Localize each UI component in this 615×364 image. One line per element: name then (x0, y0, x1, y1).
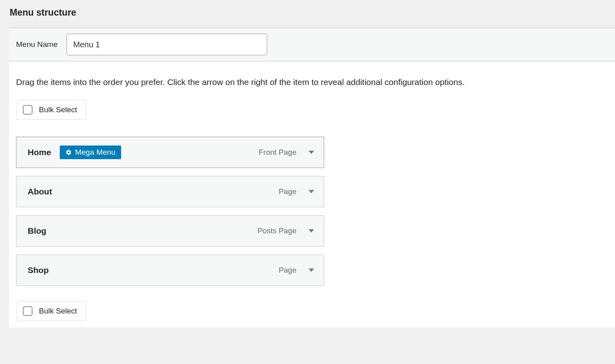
menu-list: HomeMega MenuFront PageAboutPageBlogPost… (9, 126, 615, 291)
menu-item[interactable]: AboutPage (16, 176, 324, 207)
bulk-select-bottom[interactable]: Bulk Select (16, 301, 86, 321)
menu-item[interactable]: HomeMega MenuFront Page (16, 137, 324, 168)
chevron-down-icon[interactable] (308, 267, 315, 274)
bulk-select-label-top: Bulk Select (39, 105, 77, 114)
menu-item-right: Page (279, 187, 315, 196)
menu-item-title: About (28, 187, 52, 196)
menu-structure-panel: Menu Name Drag the items into the order … (9, 28, 615, 328)
section-title: Menu structure (0, 0, 615, 28)
menu-item-type: Posts Page (258, 226, 296, 235)
mega-menu-badge-label: Mega Menu (75, 148, 115, 157)
menu-item[interactable]: ShopPage (16, 255, 324, 286)
menu-item[interactable]: BlogPosts Page (16, 215, 324, 247)
chevron-down-icon[interactable] (308, 188, 315, 195)
menu-item-title: Home (28, 148, 51, 157)
bulk-select-checkbox-bottom[interactable] (23, 306, 32, 316)
bulk-select-row-bottom: Bulk Select (9, 291, 615, 328)
menu-item-right: Posts Page (258, 226, 315, 235)
menu-item-title: Shop (28, 265, 49, 275)
menu-name-row: Menu Name (9, 28, 615, 61)
menu-item-type: Page (279, 187, 296, 196)
menu-item-left: Shop (28, 265, 49, 275)
gear-icon (65, 149, 72, 156)
menu-item-left: HomeMega Menu (28, 146, 121, 159)
menu-item-type: Front Page (259, 148, 296, 157)
chevron-down-icon[interactable] (308, 149, 315, 156)
chevron-down-icon[interactable] (308, 227, 315, 235)
menu-item-left: Blog (28, 226, 47, 236)
bulk-select-top[interactable]: Bulk Select (16, 100, 86, 120)
menu-name-input[interactable] (67, 34, 267, 55)
menu-name-label: Menu Name (16, 40, 58, 49)
bulk-select-row-top: Bulk Select (9, 100, 615, 126)
menu-item-title: Blog (28, 226, 47, 236)
menu-item-type: Page (279, 266, 296, 275)
mega-menu-badge[interactable]: Mega Menu (60, 146, 121, 159)
menu-item-left: About (28, 187, 52, 196)
bulk-select-checkbox-top[interactable] (23, 105, 32, 115)
instructions-text: Drag the items into the order you prefer… (9, 61, 615, 100)
menu-item-right: Front Page (259, 148, 315, 157)
menu-item-right: Page (279, 266, 315, 275)
bulk-select-label-bottom: Bulk Select (39, 307, 77, 315)
